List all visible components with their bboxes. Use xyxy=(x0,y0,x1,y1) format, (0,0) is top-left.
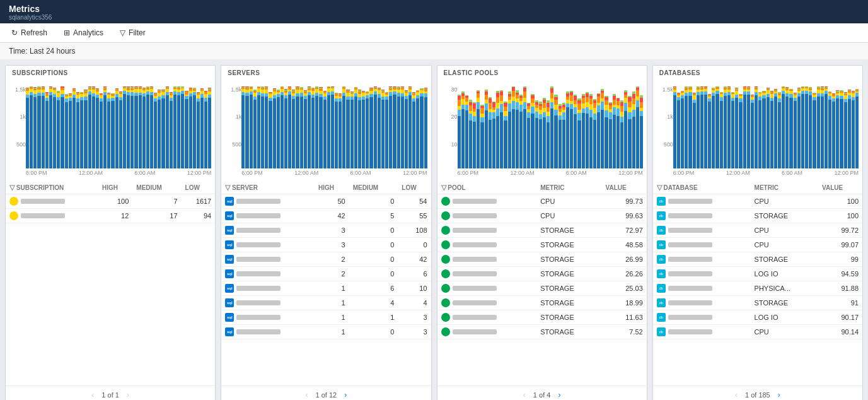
servers-tbody: sql 50 0 54 sql 42 5 55 sql 3 0 108 xyxy=(221,194,431,339)
bar-group xyxy=(789,86,792,168)
bar-segment xyxy=(624,98,627,103)
pools-next-button[interactable]: › xyxy=(555,389,563,400)
bar-segment xyxy=(586,107,589,114)
bar-group xyxy=(704,86,707,168)
bar-segment xyxy=(782,94,785,168)
analytics-button[interactable]: Analytics xyxy=(61,27,106,38)
bar-segment xyxy=(300,97,303,168)
bar-group xyxy=(261,86,264,168)
bar-group xyxy=(339,86,342,168)
bar-segment xyxy=(855,97,859,168)
bar-group xyxy=(181,86,184,168)
bar-group xyxy=(547,86,550,168)
table-row: db CPU 100 xyxy=(653,194,862,209)
bar-group xyxy=(189,86,192,168)
servers-prev-button[interactable]: ‹ xyxy=(303,389,311,400)
filter-button[interactable]: Filter xyxy=(117,27,148,38)
bar-segment xyxy=(789,98,792,168)
db-prev-button[interactable]: ‹ xyxy=(732,389,740,400)
bar-group xyxy=(69,86,72,168)
bar-segment xyxy=(620,106,623,112)
bar-group xyxy=(315,86,318,168)
pool-name-bar xyxy=(453,315,497,320)
pools-prev-button[interactable]: ‹ xyxy=(521,389,528,400)
servers-header: SERVERS xyxy=(221,66,431,78)
bar-segment xyxy=(825,94,828,168)
server-low-cell: 10 xyxy=(398,281,431,296)
bar-segment xyxy=(574,114,577,168)
bar-segment xyxy=(245,96,248,168)
subscriptions-x-axis: 6:00 PM 12:00 AM 6:00 AM 12:00 PM xyxy=(7,168,211,176)
bar-segment xyxy=(37,96,40,168)
bar-segment xyxy=(601,102,604,110)
bar-segment xyxy=(49,95,52,168)
bar-group xyxy=(300,86,303,168)
bar-group xyxy=(828,86,831,168)
bar-segment xyxy=(836,98,839,168)
db-value-cell: 100 xyxy=(818,209,862,223)
bar-group xyxy=(173,86,176,168)
refresh-button[interactable]: Refresh xyxy=(9,27,50,38)
bar-group xyxy=(735,86,738,168)
bar-group xyxy=(586,86,589,168)
databases-pagination: ‹ 1 of 185 › xyxy=(653,385,862,400)
bar-segment xyxy=(323,100,327,168)
bar-group xyxy=(72,86,76,168)
subs-prev-button[interactable]: ‹ xyxy=(89,389,96,400)
bar-group xyxy=(535,86,538,168)
db-metric-cell: PHYSICA... xyxy=(751,281,819,296)
table-row: sql 1 6 10 xyxy=(221,281,431,296)
bar-group xyxy=(593,86,596,168)
bar-group xyxy=(350,86,354,168)
bar-segment xyxy=(720,101,723,168)
bar-segment xyxy=(840,99,843,168)
bar-group xyxy=(354,86,357,168)
server-name-cell: sql xyxy=(221,296,315,310)
bar-segment xyxy=(500,104,503,112)
elastic-pools-table-area: ▽ POOL METRIC VALUE CPU 99.73 CPU 99.63 xyxy=(437,182,647,385)
bar-group xyxy=(473,86,476,168)
bar-group xyxy=(265,86,268,168)
bar-segment xyxy=(817,97,820,168)
bar-segment xyxy=(208,98,211,168)
bar-segment xyxy=(589,117,593,168)
bar-segment xyxy=(747,95,750,168)
bar-group xyxy=(731,86,734,168)
top-bar: Metrics sqlanalytics356 xyxy=(0,0,868,23)
bar-segment xyxy=(480,117,483,122)
bar-segment xyxy=(185,99,188,168)
bar-group xyxy=(508,86,511,168)
bar-segment xyxy=(640,98,643,103)
bar-group xyxy=(697,86,700,168)
bar-segment xyxy=(605,110,608,118)
server-low-cell: 42 xyxy=(398,252,431,267)
server-name-cell: sql xyxy=(221,310,315,325)
bar-segment xyxy=(42,96,45,168)
bar-segment xyxy=(624,111,627,168)
pool-value-cell: 26.26 xyxy=(602,267,647,281)
db-name-cell: db xyxy=(653,238,751,252)
bar-segment xyxy=(512,97,515,102)
sub-col-medium: MEDIUM xyxy=(132,182,181,194)
subs-next-button[interactable]: › xyxy=(124,389,132,400)
bar-segment xyxy=(620,122,623,168)
databases-table: ▽ DATABASE METRIC VALUE db CPU 100 db ST… xyxy=(653,182,862,339)
servers-next-button[interactable]: › xyxy=(342,389,349,400)
bar-group xyxy=(389,86,392,168)
db-next-button[interactable]: › xyxy=(775,389,783,400)
bar-segment xyxy=(762,98,765,168)
sub-medium-cell: 7 xyxy=(132,194,181,209)
server-medium-cell: 0 xyxy=(349,252,398,267)
databases-x-axis: 6:00 PM 12:00 AM 6:00 AM 12:00 PM xyxy=(654,168,859,176)
server-name-bar xyxy=(236,271,281,276)
bar-segment xyxy=(127,95,130,168)
bar-segment xyxy=(516,110,519,168)
table-row: sql 2 0 42 xyxy=(221,252,431,267)
bar-group xyxy=(127,86,130,168)
pools-tbody: CPU 99.73 CPU 99.63 STORAGE 72.97 STORAG… xyxy=(437,194,647,339)
bar-group xyxy=(103,86,107,168)
subscriptions-y-axis: 1.5k 1k 500 xyxy=(7,86,26,168)
bar-group xyxy=(817,86,820,168)
bar-segment xyxy=(335,102,338,168)
bar-segment xyxy=(480,108,483,114)
